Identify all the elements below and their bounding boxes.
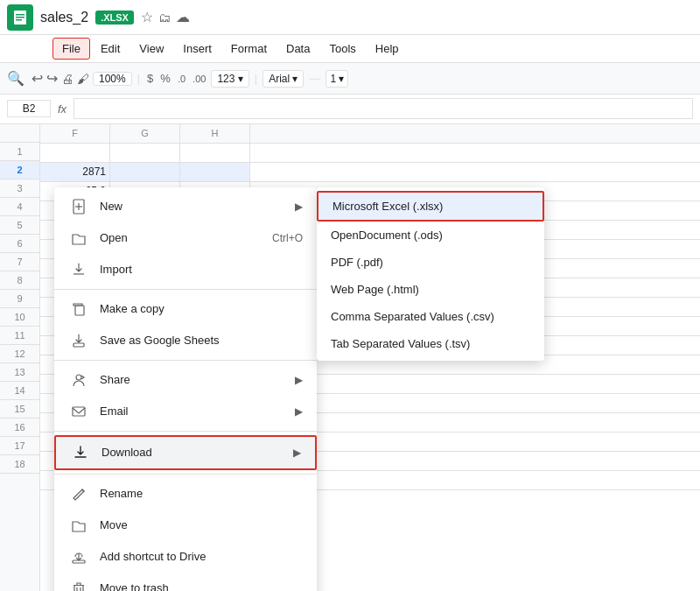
html-label: Web Page (.html) <box>331 283 419 296</box>
undo-icon[interactable]: ↩ <box>32 70 43 87</box>
open-icon <box>68 228 89 249</box>
paint-format-icon[interactable]: 🖌 <box>77 72 89 86</box>
menu-bar: File Edit View Insert Format Data Tools … <box>0 35 700 63</box>
menu-item-email[interactable]: Email ▶ <box>54 396 317 427</box>
menu-item-rename[interactable]: Rename <box>54 478 317 510</box>
make-copy-label: Make a copy <box>100 302 303 315</box>
menu-edit[interactable]: Edit <box>92 39 129 59</box>
percent-icon[interactable]: % <box>160 72 171 85</box>
top-bar: sales_2 .XLSX ☆ 🗂 ☁ <box>0 0 700 35</box>
save-google-label: Save as Google Sheets <box>100 334 303 347</box>
folder-icon[interactable]: 🗂 <box>158 11 171 25</box>
row-11: 11 <box>0 327 39 345</box>
ods-label: OpenDocument (.ods) <box>331 229 443 242</box>
divider-1 <box>54 289 317 290</box>
xlsx-label: Microsoft Excel (.xlsx) <box>332 200 443 213</box>
menu-item-save-google[interactable]: Save as Google Sheets <box>54 325 317 356</box>
formula-fx: fx <box>58 102 66 116</box>
xlsx-badge: .XLSX <box>95 11 134 25</box>
menu-view[interactable]: View <box>130 39 172 59</box>
import-icon <box>68 259 89 280</box>
submenu-item-ods[interactable]: OpenDocument (.ods) <box>317 222 544 249</box>
menu-item-open[interactable]: Open Ctrl+O <box>54 222 317 254</box>
spreadsheet-area: 1 2 3 4 5 6 7 8 9 10 11 12 13 14 15 16 1… <box>0 124 700 591</box>
decimal-increase[interactable]: .00 <box>192 74 206 84</box>
row-12: 12 <box>0 345 39 363</box>
rename-icon <box>68 483 89 504</box>
new-icon <box>68 196 89 217</box>
submenu-item-pdf[interactable]: PDF (.pdf) <box>317 249 544 276</box>
row-6: 6 <box>0 235 39 253</box>
star-icon[interactable]: ☆ <box>141 9 153 25</box>
svg-point-9 <box>76 375 81 380</box>
submenu-item-tsv[interactable]: Tab Separated Values (.tsv) <box>317 330 544 357</box>
svg-rect-7 <box>75 306 84 315</box>
shortcut-icon <box>68 546 89 567</box>
toolbar: 🔍 ↩ ↪ 🖨 🖌 100% | $ % .0 .00 123 ▾ | Aria… <box>0 63 700 95</box>
menu-insert[interactable]: Insert <box>174 39 220 59</box>
row-4: 4 <box>0 198 39 216</box>
submenu-item-csv[interactable]: Comma Separated Values (.csv) <box>317 303 544 330</box>
zoom-level[interactable]: 100% <box>93 72 132 86</box>
menu-tools[interactable]: Tools <box>320 39 364 59</box>
row-5: 5 <box>0 216 39 235</box>
divider-4 <box>54 474 317 475</box>
menu-file[interactable]: File <box>52 38 90 60</box>
submenu-item-xlsx[interactable]: Microsoft Excel (.xlsx) <box>317 191 544 222</box>
menu-item-share[interactable]: Share ▶ <box>54 364 317 396</box>
svg-rect-8 <box>74 343 84 347</box>
row-16: 16 <box>0 419 39 437</box>
menu-data[interactable]: Data <box>277 39 318 59</box>
svg-rect-10 <box>73 407 85 416</box>
file-title: sales_2 <box>40 10 88 25</box>
move-icon <box>68 515 89 536</box>
decimal-decrease[interactable]: .0 <box>178 74 186 84</box>
redo-icon[interactable]: ↪ <box>46 70 58 87</box>
divider-3 <box>54 431 317 432</box>
menu-item-move-trash[interactable]: Move to trash <box>54 573 317 591</box>
col-header-g: G <box>110 124 180 143</box>
email-arrow: ▶ <box>295 405 303 418</box>
menu-item-new[interactable]: New ▶ <box>54 191 317 222</box>
cloud-icon[interactable]: ☁ <box>176 9 190 25</box>
menu-help[interactable]: Help <box>367 39 408 59</box>
table-row: 2871 <box>40 163 700 182</box>
menu-item-import[interactable]: Import <box>54 254 317 285</box>
row-9: 9 <box>0 290 39 308</box>
save-google-icon <box>68 330 89 351</box>
number-format-select[interactable]: 123 ▾ <box>211 70 248 88</box>
menu-item-make-copy[interactable]: Make a copy <box>54 293 317 325</box>
formula-input[interactable] <box>74 98 693 119</box>
tsv-label: Tab Separated Values (.tsv) <box>331 337 470 350</box>
menu-item-download[interactable]: Download ▶ <box>54 435 317 470</box>
sheets-logo <box>7 4 33 31</box>
email-icon <box>68 401 89 422</box>
print-icon[interactable]: 🖨 <box>61 72 74 86</box>
row-7: 7 <box>0 253 39 271</box>
move-trash-label: Move to trash <box>100 581 303 591</box>
file-menu-dropdown: New ▶ Open Ctrl+O Import <box>54 187 317 591</box>
svg-rect-1 <box>16 14 24 16</box>
search-icon[interactable]: 🔍 <box>7 70 24 87</box>
rename-label: Rename <box>100 487 303 500</box>
row-2: 2 <box>0 161 39 179</box>
row-13: 13 <box>0 363 39 382</box>
currency-icon[interactable]: $ <box>147 72 153 85</box>
cell-reference[interactable]: B2 <box>7 100 51 117</box>
row-3: 3 <box>0 179 39 198</box>
submenu-item-html[interactable]: Web Page (.html) <box>317 276 544 303</box>
top-icons: ☆ 🗂 ☁ <box>141 9 190 25</box>
download-arrow: ▶ <box>293 447 301 459</box>
svg-rect-11 <box>73 560 85 563</box>
menu-format[interactable]: Format <box>222 39 276 59</box>
font-size[interactable]: 1 ▾ <box>326 70 348 88</box>
row-header-corner <box>0 124 39 143</box>
menu-item-add-shortcut[interactable]: Add shortcut to Drive <box>54 541 317 573</box>
new-label: New <box>100 200 288 213</box>
font-name[interactable]: Arial ▾ <box>262 70 304 88</box>
trash-icon <box>68 578 89 591</box>
menu-item-move[interactable]: Move <box>54 510 317 541</box>
download-label: Download <box>102 446 286 459</box>
import-label: Import <box>100 263 303 276</box>
new-arrow: ▶ <box>295 201 303 213</box>
